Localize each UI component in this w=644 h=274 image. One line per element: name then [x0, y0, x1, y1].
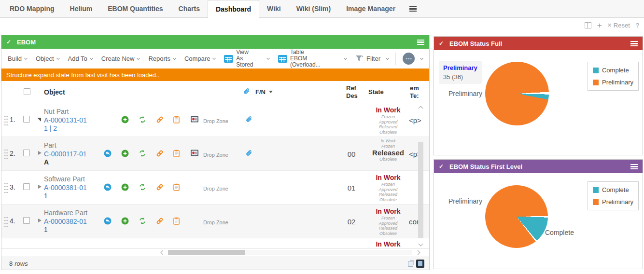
- tab-helium[interactable]: Helium: [62, 0, 100, 17]
- item-link[interactable]: A-0000382-01: [44, 218, 87, 225]
- compare-menu[interactable]: Compare: [180, 55, 220, 62]
- vertical-scroll-thumb[interactable]: [418, 142, 423, 238]
- table-row[interactable]: 2. Part C-0000117-01 A Drop Zone: [1, 137, 429, 171]
- add-item-icon[interactable]: [121, 217, 129, 225]
- link-icon[interactable]: [156, 116, 164, 123]
- link-icon[interactable]: [156, 217, 164, 225]
- image-icon[interactable]: [191, 150, 198, 157]
- add-item-icon[interactable]: [121, 183, 129, 191]
- table-row-partial[interactable]: In Work: [1, 238, 429, 249]
- sync-icon[interactable]: [139, 116, 146, 123]
- drop-zone[interactable]: Drop Zone: [203, 152, 228, 158]
- vertical-scrollbar[interactable]: [417, 103, 424, 249]
- paperclip-icon[interactable]: [245, 116, 253, 126]
- goto-icon[interactable]: [104, 183, 112, 191]
- table-selector[interactable]: TableEBOM (Overload...: [274, 49, 351, 68]
- legend-item-preliminary[interactable]: Preliminary: [593, 198, 633, 206]
- tab-overflow-menu-button[interactable]: [403, 0, 423, 17]
- scroll-down-icon[interactable]: [419, 242, 423, 247]
- more-actions-button[interactable]: •••: [398, 53, 427, 65]
- build-menu[interactable]: Build: [3, 55, 31, 62]
- tab-rdo-mapping[interactable]: RDO Mapping: [2, 0, 62, 17]
- select-all-checkbox[interactable]: [24, 88, 30, 95]
- drag-handle-icon[interactable]: [4, 149, 8, 160]
- legend-item-complete[interactable]: Complete: [593, 186, 633, 193]
- link-icon[interactable]: [156, 183, 164, 191]
- expand-toggle-icon[interactable]: [38, 185, 42, 189]
- item-link[interactable]: C-0000117-01: [44, 150, 86, 158]
- widget-menu-icon[interactable]: [630, 164, 638, 169]
- ellipsis-icon: •••: [403, 53, 415, 65]
- image-icon[interactable]: [191, 116, 198, 123]
- expand-toggle-icon[interactable]: [38, 219, 42, 222]
- table-row[interactable]: 3. Software Part A-0000381-01 1 Drop Zon…: [1, 171, 429, 205]
- tab-image-manager[interactable]: Image Manager: [338, 0, 403, 17]
- legend-item-complete[interactable]: Complete: [593, 67, 633, 74]
- panel-menu-icon[interactable]: [417, 40, 424, 45]
- revision-links[interactable]: 1 | 2: [44, 124, 57, 132]
- horizontal-scroll-thumb[interactable]: [168, 250, 245, 255]
- paperclip-icon[interactable]: [243, 88, 251, 98]
- horizontal-scrollbar[interactable]: [1, 249, 429, 257]
- tab-ebom-quantities[interactable]: EBOM Quantities: [100, 0, 170, 17]
- clipboard-icon[interactable]: [173, 150, 181, 157]
- horizontal-scroll-track[interactable]: [168, 250, 412, 255]
- tab-charts[interactable]: Charts: [171, 0, 208, 17]
- tab-dashboard[interactable]: Dashboard: [208, 0, 259, 18]
- create-new-menu[interactable]: Create New: [97, 55, 144, 62]
- column-header-state[interactable]: State: [368, 88, 384, 96]
- drop-zone[interactable]: Drop Zone: [203, 219, 228, 225]
- item-link[interactable]: A-0000131-01: [44, 116, 87, 124]
- scroll-up-icon[interactable]: [419, 106, 423, 111]
- scroll-right-icon[interactable]: [416, 250, 420, 255]
- drag-handle-icon[interactable]: [4, 182, 8, 194]
- paperclip-icon[interactable]: [245, 150, 253, 160]
- add-to-menu[interactable]: Add To: [64, 55, 97, 62]
- column-header-ref-des[interactable]: RefDes: [346, 84, 358, 100]
- add-item-icon[interactable]: [121, 150, 129, 157]
- sync-icon[interactable]: [139, 150, 146, 157]
- pie-chart[interactable]: [485, 62, 549, 125]
- legend-item-preliminary[interactable]: Preliminary: [593, 79, 633, 86]
- tab-wiki[interactable]: Wiki: [259, 0, 289, 17]
- column-header-object[interactable]: Object: [44, 88, 65, 96]
- add-widget-button[interactable]: +: [597, 22, 602, 28]
- row-checkbox[interactable]: [23, 116, 30, 123]
- view-selector[interactable]: ViewAs Stored: [220, 49, 274, 68]
- drag-handle-icon[interactable]: [4, 115, 8, 126]
- add-item-icon[interactable]: [121, 116, 129, 123]
- drop-zone[interactable]: Drop Zone: [203, 118, 228, 124]
- goto-icon[interactable]: [104, 150, 112, 157]
- item-link[interactable]: A-0000381-01: [44, 184, 87, 192]
- sync-icon[interactable]: [139, 217, 146, 225]
- table-row[interactable]: 1. Nut Part A-0000131-01 1 | 2 Drop Zone: [1, 103, 429, 137]
- reset-button[interactable]: Reset: [614, 22, 630, 29]
- object-menu[interactable]: Object: [31, 55, 64, 62]
- add-column-icon[interactable]: [585, 22, 591, 28]
- row-checkbox[interactable]: [23, 150, 30, 156]
- help-button[interactable]: ?: [636, 22, 639, 29]
- collapse-toggle-icon[interactable]: [37, 118, 41, 122]
- clipboard-icon[interactable]: [173, 217, 181, 225]
- reports-menu[interactable]: Reports: [144, 55, 180, 62]
- tab-wiki-slim[interactable]: Wiki (Slim): [289, 0, 338, 17]
- goto-icon[interactable]: [104, 217, 112, 225]
- sync-icon[interactable]: [139, 183, 146, 191]
- table-row[interactable]: 4. Hardware Part A-0000382-01 1 Drop Zon…: [1, 205, 429, 238]
- clipboard-icon[interactable]: [173, 183, 181, 191]
- column-header-item-text[interactable]: emTe:: [410, 84, 419, 100]
- column-header-fn[interactable]: F/N: [255, 88, 273, 96]
- scroll-left-icon[interactable]: [161, 250, 166, 255]
- filter-menu[interactable]: Filter: [351, 55, 393, 62]
- expand-toggle-icon[interactable]: [38, 151, 42, 155]
- fullscreen-toggle-icon[interactable]: [416, 260, 424, 268]
- widget-menu-icon[interactable]: [630, 41, 638, 46]
- link-icon[interactable]: [156, 150, 164, 157]
- copy-icon[interactable]: [408, 260, 414, 267]
- row-checkbox[interactable]: [23, 217, 30, 224]
- row-checkbox[interactable]: [23, 183, 30, 190]
- drop-zone[interactable]: Drop Zone: [203, 186, 228, 192]
- drag-handle-icon[interactable]: [4, 216, 8, 228]
- clipboard-icon[interactable]: [173, 116, 181, 123]
- pie-chart[interactable]: [485, 185, 548, 248]
